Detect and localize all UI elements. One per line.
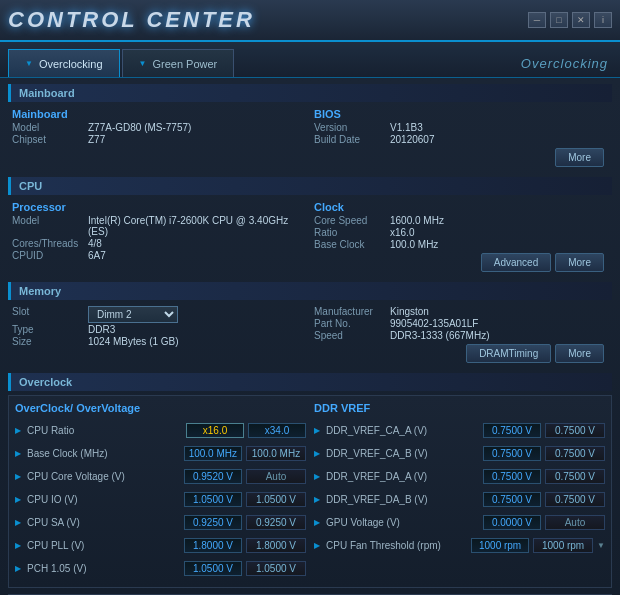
main-content: Mainboard Mainboard Model Z77A-GD80 (MS-… bbox=[0, 78, 620, 595]
cores-key: Cores/Threads bbox=[12, 238, 82, 249]
cpu-section: CPU Processor Model Intel(R) Core(TM) i7… bbox=[8, 177, 612, 276]
info-row: Chipset Z77 bbox=[12, 134, 306, 145]
maximize-button[interactable]: □ bbox=[550, 12, 568, 28]
ddr-row-2: ▶ DDR_VREF_DA_A (V) 0.7500 V 0.7500 V bbox=[314, 466, 605, 486]
cpu-btn-row: Advanced More bbox=[314, 251, 608, 274]
oc-cpupll-val1: 1.8000 V bbox=[184, 538, 242, 553]
ddr-col-header: DDR VREF bbox=[314, 402, 605, 414]
oc-baseclock-label: Base Clock (MHz) bbox=[27, 448, 180, 459]
ddr-row-1: ▶ DDR_VREF_CA_B (V) 0.7500 V 0.7500 V bbox=[314, 443, 605, 463]
info-row: Version V1.1B3 bbox=[314, 122, 608, 133]
oc-pch-label: PCH 1.05 (V) bbox=[27, 563, 180, 574]
oc-arrow-icon: ▶ bbox=[15, 541, 23, 550]
tab-bar: ▼ Overclocking ▼ Green Power Overclockin… bbox=[0, 42, 620, 78]
oc-cpusa-val2: 0.9250 V bbox=[246, 515, 306, 530]
ddr-label-3: DDR_VREF_DA_B (V) bbox=[326, 494, 479, 505]
oc-arrow-icon: ▶ bbox=[314, 472, 322, 481]
cpu-header: CPU bbox=[8, 177, 612, 195]
oc-cpu-ratio-val1: x16.0 bbox=[186, 423, 244, 438]
tab-greenpower[interactable]: ▼ Green Power bbox=[122, 49, 235, 77]
manufacturer-val: Kingston bbox=[390, 306, 429, 317]
info-row: Part No. 9905402-135A01LF bbox=[314, 318, 608, 329]
close-button[interactable]: ✕ bbox=[572, 12, 590, 28]
oc-panel: OverClock/ OverVoltage ▶ CPU Ratio x16.0… bbox=[8, 395, 612, 588]
slot-dropdown[interactable]: Dimm 2 bbox=[88, 306, 178, 323]
chipset-val: Z77 bbox=[88, 134, 105, 145]
overclock-header: Overclock bbox=[8, 373, 612, 391]
dropdown-icon: ▼ bbox=[597, 541, 605, 550]
tab-arrow-icon2: ▼ bbox=[139, 59, 147, 68]
slot-key: Slot bbox=[12, 306, 82, 323]
type-key: Type bbox=[12, 324, 82, 335]
mainboard-right: BIOS Version V1.1B3 Build Date 20120607 … bbox=[314, 106, 608, 171]
cpu-model-key: Model bbox=[12, 215, 82, 237]
info-row: Base Clock 100.0 MHz bbox=[314, 239, 608, 250]
oc-arrow-icon: ▶ bbox=[15, 564, 23, 573]
info-row: Model Intel(R) Core(TM) i7-2600K CPU @ 3… bbox=[12, 215, 306, 237]
ddr-val1-3: 0.7500 V bbox=[483, 492, 541, 507]
oc-grid: OverClock/ OverVoltage ▶ CPU Ratio x16.0… bbox=[15, 402, 605, 581]
corespeed-key: Core Speed bbox=[314, 215, 384, 226]
ddr-row-0: ▶ DDR_VREF_CA_A (V) 0.7500 V 0.7500 V bbox=[314, 420, 605, 440]
cores-val: 4/8 bbox=[88, 238, 102, 249]
manufacturer-key: Manufacturer bbox=[314, 306, 384, 317]
corespeed-val: 1600.0 MHz bbox=[390, 215, 444, 226]
ddr-row-5: ▶ CPU Fan Threshold (rpm) 1000 rpm 1000 … bbox=[314, 535, 605, 555]
oc-row-cpu-ratio: ▶ CPU Ratio x16.0 x34.0 bbox=[15, 420, 306, 440]
oc-cpusa-label: CPU SA (V) bbox=[27, 517, 180, 528]
info-button[interactable]: i bbox=[594, 12, 612, 28]
ddr-val2-5: 1000 rpm bbox=[533, 538, 593, 553]
model-key: Model bbox=[12, 122, 82, 133]
partno-key: Part No. bbox=[314, 318, 384, 329]
oc-arrow-icon: ▶ bbox=[15, 518, 23, 527]
mainboard-grid: Mainboard Model Z77A-GD80 (MS-7757) Chip… bbox=[8, 106, 612, 171]
oc-arrow-icon: ▶ bbox=[15, 495, 23, 504]
info-row: Speed DDR3-1333 (667MHz) bbox=[314, 330, 608, 341]
oc-col-header: OverClock/ OverVoltage bbox=[15, 402, 306, 414]
oc-arrow-icon: ▶ bbox=[314, 495, 322, 504]
oc-row-pch: ▶ PCH 1.05 (V) 1.0500 V 1.0500 V bbox=[15, 558, 306, 578]
title-bar: Control Center ─ □ ✕ i bbox=[0, 0, 620, 42]
ddr-val1-4: 0.0000 V bbox=[483, 515, 541, 530]
size-key: Size bbox=[12, 336, 82, 347]
ddr-label-1: DDR_VREF_CA_B (V) bbox=[326, 448, 479, 459]
cpu-more-button[interactable]: More bbox=[555, 253, 604, 272]
tab-overclocking[interactable]: ▼ Overclocking bbox=[8, 49, 120, 77]
memory-section: Memory Slot Dimm 2 Type DDR3 Size 1024 M… bbox=[8, 282, 612, 367]
ddr-val2-1: 0.7500 V bbox=[545, 446, 605, 461]
oc-cpuio-val2: 1.0500 V bbox=[246, 492, 306, 507]
oc-arrow-icon: ▶ bbox=[314, 449, 322, 458]
oc-left-col: OverClock/ OverVoltage ▶ CPU Ratio x16.0… bbox=[15, 402, 306, 581]
minimize-button[interactable]: ─ bbox=[528, 12, 546, 28]
info-row: CPUID 6A7 bbox=[12, 250, 306, 261]
memory-grid: Slot Dimm 2 Type DDR3 Size 1024 MBytes (… bbox=[8, 304, 612, 367]
oc-cpupll-label: CPU PLL (V) bbox=[27, 540, 180, 551]
info-row: Slot Dimm 2 bbox=[12, 306, 306, 323]
oc-cpuio-val1: 1.0500 V bbox=[184, 492, 242, 507]
dram-timing-button[interactable]: DRAMTiming bbox=[466, 344, 551, 363]
section-label: Overclocking bbox=[521, 56, 608, 71]
overclock-section: Overclock OverClock/ OverVoltage ▶ CPU R… bbox=[8, 373, 612, 588]
info-row: Build Date 20120607 bbox=[314, 134, 608, 145]
oc-row-cpupll: ▶ CPU PLL (V) 1.8000 V 1.8000 V bbox=[15, 535, 306, 555]
memory-btn-row: DRAMTiming More bbox=[314, 342, 608, 365]
speed-val: DDR3-1333 (667MHz) bbox=[390, 330, 489, 341]
info-row: Manufacturer Kingston bbox=[314, 306, 608, 317]
tab-greenpower-label: Green Power bbox=[152, 58, 217, 70]
ddr-row-4: ▶ GPU Voltage (V) 0.0000 V Auto bbox=[314, 512, 605, 532]
chipset-key: Chipset bbox=[12, 134, 82, 145]
memory-more-button[interactable]: More bbox=[555, 344, 604, 363]
mainboard-left: Mainboard Model Z77A-GD80 (MS-7757) Chip… bbox=[12, 106, 306, 171]
mainboard-more-button[interactable]: More bbox=[555, 148, 604, 167]
size-val: 1024 MBytes (1 GB) bbox=[88, 336, 179, 347]
advanced-button[interactable]: Advanced bbox=[481, 253, 551, 272]
version-key: Version bbox=[314, 122, 384, 133]
cpuid-val: 6A7 bbox=[88, 250, 106, 261]
cpuid-key: CPUID bbox=[12, 250, 82, 261]
ddr-val1-5: 1000 rpm bbox=[471, 538, 529, 553]
info-row: Ratio x16.0 bbox=[314, 227, 608, 238]
partno-val: 9905402-135A01LF bbox=[390, 318, 478, 329]
oc-pch-val2: 1.0500 V bbox=[246, 561, 306, 576]
builddate-val: 20120607 bbox=[390, 134, 435, 145]
oc-cpuio-label: CPU IO (V) bbox=[27, 494, 180, 505]
